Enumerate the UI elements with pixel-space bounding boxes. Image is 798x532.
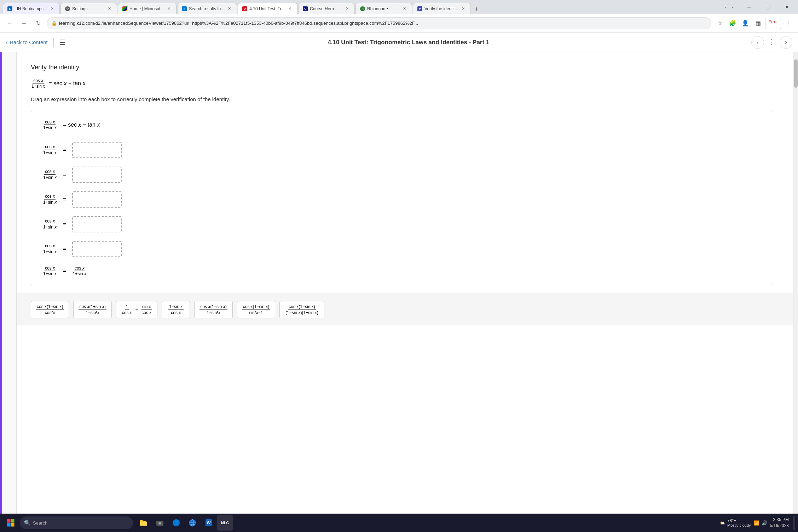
tab-unit-test[interactable]: D 4.10 Unit Test: Tr... ✕ [238,3,297,14]
extensions-button[interactable]: 🧩 [727,18,738,29]
chip-3b-fraction: sin x cos x [141,304,152,315]
answer-chip-7[interactable]: cos x(1−sin x) (1−sin x)(1+sin x) [279,301,324,318]
tab-favicon-verify: P [417,6,422,11]
taskbar-search-label: Search [33,520,47,526]
start-button[interactable] [3,515,18,531]
taskbar-browser[interactable] [185,515,200,531]
more-options-button[interactable]: ⋮ [765,36,778,49]
taskbar-camera[interactable] [152,515,168,531]
step-4: cos x 1+sin x = [42,216,762,232]
profile-button[interactable]: 👤 [740,18,751,29]
tab-favicon-search: e [182,6,187,11]
menu-button[interactable]: ⋮ [782,18,794,29]
step-1: cos x 1+sin x = [42,142,762,158]
step-2-equals: = [63,172,66,178]
scroll-thumb[interactable] [794,59,798,88]
forward-button[interactable]: → [18,18,30,29]
nav-arrows: ‹ ⋮ › [751,36,792,49]
reload-button[interactable]: ↻ [33,18,44,29]
tab-close-microsoft[interactable]: ✕ [166,6,172,12]
step-4-equals: = [63,221,66,227]
system-icons: 📶 🔊 [754,520,767,526]
drag-box-2[interactable] [72,167,122,183]
tab-lih-bootcamps[interactable]: L LIH Bootcamps... ✕ [3,3,60,14]
tab-course-hero[interactable]: C Course Hero ✕ [298,3,355,14]
system-tray: ⛅ 78°F Mostly cloudy 📶 🔊 2:35 PM 5/16/20… [720,516,795,530]
tab-search-results[interactable]: e Search results fo... ✕ [177,3,237,14]
back-to-content-button[interactable]: ‹ Back to Content [6,39,48,46]
chip-7-fraction: cos x(1−sin x) (1−sin x)(1+sin x) [285,304,319,315]
step-5: cos x 1+sin x = [42,241,762,257]
address-bar[interactable]: 🔒 learning.k12.com/d2l/le/enhancedSequen… [47,17,711,29]
window-controls: ‹ › — ⬜ ✕ [723,1,795,13]
tab-close-course-hero[interactable]: ✕ [344,6,350,12]
sound-icon[interactable]: 🔊 [762,520,767,526]
step-header-fraction: cos x 1+sin x [42,120,57,131]
show-desktop-button[interactable] [793,516,795,530]
taskbar-word[interactable]: W [201,515,216,531]
prev-page-button[interactable]: ‹ [751,36,764,49]
tab-scroll-right[interactable]: › [729,3,735,11]
tab-verify-identity[interactable]: P Verify the identit... ✕ [413,3,471,14]
step-1-equals: = [63,147,66,153]
back-button[interactable]: ← [4,18,16,29]
step-header-equals: = sec x − tan x [63,122,100,128]
sidebar-toggle[interactable]: ▦ [752,18,764,29]
tab-close-settings[interactable]: ✕ [106,6,112,12]
weather-temp: 78°F [727,518,751,523]
answer-chip-4[interactable]: 1−sin x cos x [162,301,190,318]
step-6-equals: = [63,268,66,274]
tab-settings[interactable]: ⚙ Settings ✕ [60,3,117,14]
answer-chip-3[interactable]: 1 cos x − sin x cos x [116,301,158,318]
chip-3-minus: − [135,307,138,312]
back-label: Back to Content [10,39,48,45]
answer-chip-1[interactable]: cos x(1−sin x) cos²x [31,301,69,318]
next-page-button[interactable]: › [780,36,792,49]
tab-close-verify[interactable]: ✕ [460,6,466,12]
new-tab-button[interactable]: + [472,4,481,14]
tab-rhiannon[interactable]: R Rhiannon •... ✕ [355,3,412,14]
taskbar-search-bar[interactable]: 🔍 Search [20,516,133,529]
minimize-button[interactable]: — [741,1,757,13]
tab-close-lih[interactable]: ✕ [49,6,55,12]
clock-widget[interactable]: 2:35 PM 5/16/2023 [770,517,789,529]
step-3: cos x 1+sin x = [42,191,762,208]
scroll-track[interactable] [793,52,798,514]
tab-close-unit-test[interactable]: ✕ [287,6,293,12]
hamburger-menu-button[interactable]: ☰ [59,38,66,47]
step-5-fraction: cos x 1+sin x [42,243,57,254]
step-3-fraction: cos x 1+sin x [42,194,57,205]
answer-chip-5[interactable]: cos x(1−sin x) 1−sin²x [194,301,232,318]
close-button[interactable]: ✕ [779,1,795,13]
answer-chip-2[interactable]: cos x(1+sin x) 1−sin²x [73,301,111,318]
error-badge[interactable]: Error [765,18,781,29]
weather-desc: Mostly cloudy [727,523,751,527]
tab-scroll-left[interactable]: ‹ [723,3,728,11]
tab-close-search[interactable]: ✕ [226,6,232,12]
maximize-button[interactable]: ⬜ [760,1,776,13]
taskbar-nlc[interactable]: NLC [217,515,233,531]
drag-box-3[interactable] [72,191,122,208]
back-arrow-icon: ‹ [6,39,8,46]
step-5-equals: = [63,246,66,252]
step-6-lhs-fraction: cos x 1+sin x [42,266,57,277]
taskbar-edge[interactable] [168,515,184,531]
bookmark-button[interactable]: ☆ [714,18,725,29]
svg-text:W: W [207,520,211,525]
tab-favicon-settings: ⚙ [65,6,70,11]
folder-icon [139,519,148,527]
tab-close-rhiannon[interactable]: ✕ [401,6,407,12]
step-2-fraction: cos x 1+sin x [42,169,57,180]
network-icon[interactable]: 📶 [754,520,759,526]
tab-label-rhiannon: Rhiannon •... [367,6,399,11]
drag-box-4[interactable] [72,216,122,232]
answer-chip-6[interactable]: cos x(1−sin x) sin²x−1 [237,301,275,318]
drag-box-5[interactable] [72,241,122,257]
tab-label-verify: Verify the identit... [424,6,458,11]
svg-rect-3 [11,523,15,527]
main-content-area[interactable]: Verify the identity. cos x 1+sin x = sec… [17,52,793,514]
tab-microsoft[interactable]: Home | Microsof... ✕ [118,3,177,14]
taskbar-file-explorer[interactable] [136,515,151,531]
drag-box-1[interactable] [72,142,122,158]
address-text: learning.k12.com/d2l/le/enhancedSequence… [59,21,707,26]
